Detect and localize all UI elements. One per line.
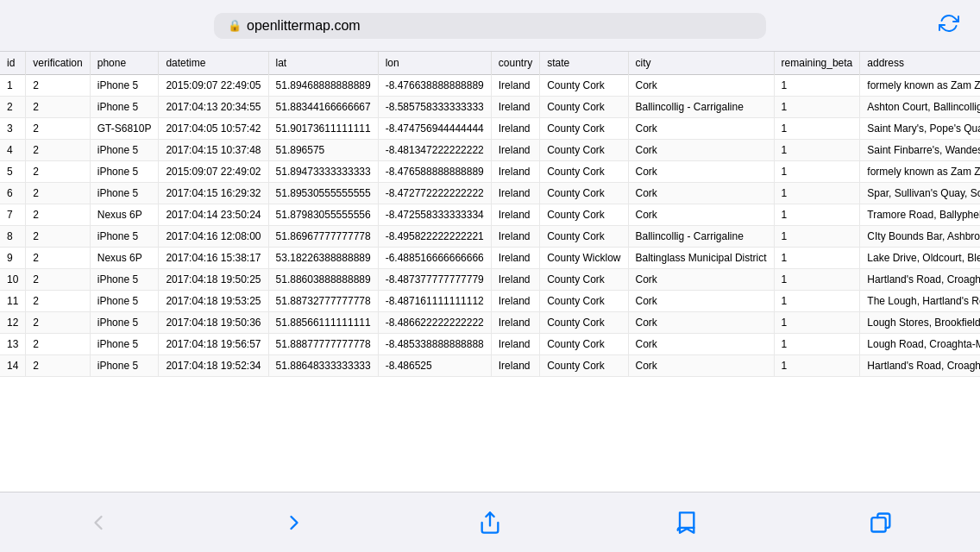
cell-state: County Cork (540, 291, 628, 312)
cell-country: Ireland (491, 75, 539, 97)
forward-button[interactable] (275, 504, 313, 542)
cell-phone: iPhone 5 (90, 183, 159, 204)
table-row: 102iPhone 52017:04:18 19:50:2551.8860388… (0, 269, 980, 291)
cell-id: 5 (0, 161, 26, 183)
col-lon: lon (378, 52, 491, 75)
cell-lat: 51.90173611111111 (268, 118, 378, 140)
col-address: address (860, 52, 980, 75)
cell-datetime: 2017:04:18 19:56:57 (159, 334, 268, 355)
cell-phone: iPhone 5 (90, 269, 159, 291)
cell-city: Cork (628, 204, 774, 226)
cell-phone: iPhone 5 (90, 355, 159, 377)
cell-lon: -8.486622222222222 (378, 312, 491, 334)
cell-state: County Cork (540, 140, 628, 161)
cell-remaining_beta: 1 (774, 312, 860, 334)
cell-remaining_beta: 1 (774, 75, 860, 97)
cell-state: County Cork (540, 334, 628, 355)
table-row: 22iPhone 52017:04:13 20:34:5551.88344166… (0, 97, 980, 118)
cell-lat: 51.86967777777778 (268, 226, 378, 248)
table-row: 92Nexus 6P2017:04:16 15:38:1753.18226388… (0, 248, 980, 269)
back-button[interactable] (79, 504, 117, 542)
cell-phone: GT-S6810P (90, 118, 159, 140)
cell-country: Ireland (491, 226, 539, 248)
share-button[interactable] (471, 504, 509, 542)
lock-icon: 🔒 (228, 19, 242, 32)
cell-state: County Cork (540, 183, 628, 204)
cell-datetime: 2017:04:18 19:52:34 (159, 355, 268, 377)
cell-state: County Cork (540, 269, 628, 291)
cell-verification: 2 (26, 118, 90, 140)
cell-address: CIty Bounds Bar, Ashbrook Heights... (860, 226, 980, 248)
cell-city: Cork (628, 140, 774, 161)
cell-state: County Cork (540, 312, 628, 334)
cell-country: Ireland (491, 355, 539, 377)
url-text: openlittermap.com (247, 18, 361, 34)
cell-address: Hartland's Road, Croaghta-More, C... (860, 355, 980, 377)
cell-datetime: 2017:04:16 12:08:00 (159, 226, 268, 248)
col-verification: verification (26, 52, 90, 75)
cell-verification: 2 (26, 291, 90, 312)
cell-verification: 2 (26, 355, 90, 377)
cell-address: Saint Finbarre's, Wandesford Quay,... (860, 140, 980, 161)
cell-id: 1 (0, 75, 26, 97)
cell-lon: -8.474756944444444 (378, 118, 491, 140)
cell-id: 14 (0, 355, 26, 377)
table-row: 82iPhone 52017:04:16 12:08:0051.86967777… (0, 226, 980, 248)
cell-lat: 51.88566111111111 (268, 312, 378, 334)
cell-address: Hartland's Road, Croaghta-More, C... (860, 269, 980, 291)
cell-address: Tramore Road, Ballyphehane, Bally... (860, 204, 980, 226)
cell-lat: 51.896575 (268, 140, 378, 161)
table-row: 132iPhone 52017:04:18 19:56:5751.8887777… (0, 334, 980, 355)
cell-remaining_beta: 1 (774, 334, 860, 355)
cell-phone: iPhone 5 (90, 140, 159, 161)
col-remaining-beta: remaining_beta (774, 52, 860, 75)
table-row: 32GT-S6810P2017:04:05 10:57:4251.9017361… (0, 118, 980, 140)
cell-verification: 2 (26, 312, 90, 334)
cell-remaining_beta: 1 (774, 248, 860, 269)
cell-address: Ashton Court, Ballincollig, Ballincoll..… (860, 97, 980, 118)
cell-state: County Cork (540, 161, 628, 183)
cell-state: County Cork (540, 97, 628, 118)
table-row: 142iPhone 52017:04:18 19:52:3451.8864833… (0, 355, 980, 377)
cell-address: formely known as Zam Zam, Barra... (860, 75, 980, 97)
col-city: city (628, 52, 774, 75)
cell-lat: 51.87983055555556 (268, 204, 378, 226)
col-id: id (0, 52, 26, 75)
cell-verification: 2 (26, 248, 90, 269)
cell-city: Cork (628, 161, 774, 183)
cell-verification: 2 (26, 75, 90, 97)
cell-datetime: 2017:04:15 16:29:32 (159, 183, 268, 204)
cell-state: County Cork (540, 226, 628, 248)
cell-phone: iPhone 5 (90, 226, 159, 248)
cell-datetime: 2017:04:18 19:50:25 (159, 269, 268, 291)
cell-country: Ireland (491, 334, 539, 355)
cell-id: 2 (0, 97, 26, 118)
table-row: 112iPhone 52017:04:18 19:53:2551.8873277… (0, 291, 980, 312)
cell-lat: 51.88648333333333 (268, 355, 378, 377)
cell-verification: 2 (26, 226, 90, 248)
cell-phone: iPhone 5 (90, 312, 159, 334)
cell-lon: -8.476638888888889 (378, 75, 491, 97)
cell-phone: Nexus 6P (90, 248, 159, 269)
tabs-button[interactable] (863, 504, 901, 542)
url-bar[interactable]: 🔒 openlittermap.com (214, 13, 766, 39)
cell-remaining_beta: 1 (774, 226, 860, 248)
bookmarks-button[interactable] (667, 504, 705, 542)
cell-id: 11 (0, 291, 26, 312)
cell-id: 8 (0, 226, 26, 248)
cell-country: Ireland (491, 140, 539, 161)
table-row: 122iPhone 52017:04:18 19:50:3651.8856611… (0, 312, 980, 334)
cell-lon: -6.488516666666666 (378, 248, 491, 269)
bottom-toolbar (0, 492, 980, 552)
cell-address: Lake Drive, Oldcourt, Blessington, I... (860, 248, 980, 269)
cell-datetime: 2017:04:18 19:53:25 (159, 291, 268, 312)
cell-address: formely known as Zam Zam, Barra... (860, 161, 980, 183)
refresh-button[interactable] (939, 13, 959, 39)
cell-lon: -8.476588888888889 (378, 161, 491, 183)
data-table-wrapper[interactable]: id verification phone datetime lat lon c… (0, 52, 980, 492)
cell-verification: 2 (26, 334, 90, 355)
cell-datetime: 2017:04:14 23:50:24 (159, 204, 268, 226)
cell-remaining_beta: 1 (774, 161, 860, 183)
cell-lat: 51.88603888888889 (268, 269, 378, 291)
cell-verification: 2 (26, 204, 90, 226)
